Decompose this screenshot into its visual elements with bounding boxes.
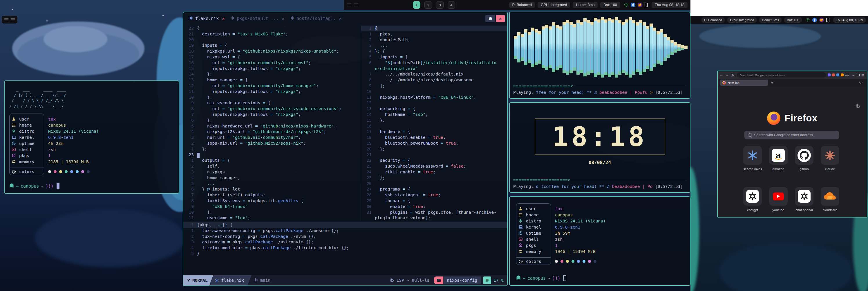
prompt-host: canopus xyxy=(21,183,39,189)
tab-close-icon[interactable]: × xyxy=(339,16,342,22)
extension-icons xyxy=(828,74,844,77)
code-line: 2 sops-nix.url = "github:Mic92/sops-nix"… xyxy=(183,141,361,146)
visualizer-bar xyxy=(611,20,615,75)
editor-tab-pkgs-default-[interactable]: pkgs/default ...× xyxy=(229,12,289,25)
tab-close-icon[interactable]: × xyxy=(282,16,285,22)
extension-icon[interactable] xyxy=(836,74,839,77)
buffer-close-button[interactable]: × xyxy=(496,15,505,22)
visualizer-bar xyxy=(604,20,608,75)
editor-tab-flake-nix[interactable]: flake.nix× xyxy=(187,12,229,25)
phone-icon[interactable] xyxy=(826,18,829,22)
fetch-row-distro: distroNixOS 24.11 (Vicuna) xyxy=(516,218,690,224)
tab-close-icon[interactable]: × xyxy=(222,16,225,22)
fetch-row-shell: shellzsh xyxy=(9,146,174,152)
code-line: 5 ... xyxy=(183,181,361,187)
visualizer-bar xyxy=(684,46,687,49)
menu-icon[interactable] xyxy=(845,74,849,76)
personalize-gear-icon[interactable] xyxy=(856,104,861,109)
code-line: 24 rtkit.enable = true; xyxy=(361,169,507,175)
code-line: 31 plugins = with pkgs.xfce; [thunar-arc… xyxy=(361,210,507,215)
nix-file-icon xyxy=(215,279,219,282)
media-icon[interactable] xyxy=(638,3,642,7)
code-line: plugin thunar-volman]; xyxy=(361,215,507,221)
code-line: 23 sudo.wheelNeedsPassword = false; xyxy=(361,164,507,169)
bluetooth-icon[interactable] xyxy=(812,18,817,22)
fetch-info: usertuxhnamecanopusdistroNixOS 24.11 (Vi… xyxy=(516,203,690,267)
extension-icon[interactable] xyxy=(828,74,831,77)
network-icon[interactable] xyxy=(624,3,628,7)
visualizer-bar xyxy=(618,20,621,75)
terminal-color-dots xyxy=(555,258,596,265)
system-tray xyxy=(624,3,648,7)
nixos-ascii-art: _ ___ ____ ____ / |/ (_)_ __/ __ \/ __/ … xyxy=(9,87,174,109)
code-line: 10 }; xyxy=(183,95,361,100)
neovim-window[interactable]: flake.nix×pkgs/default ...×hosts/isoImag… xyxy=(183,11,508,286)
code-line: 1 pkgs, xyxy=(361,31,507,37)
forward-button[interactable]: → xyxy=(725,73,729,77)
workspace-button-3[interactable]: 3 xyxy=(436,1,443,9)
visualizer-bar xyxy=(549,26,552,68)
shortcut-chatgpt[interactable]: chatgpt xyxy=(743,187,762,212)
minimize-button[interactable]: – xyxy=(852,73,854,77)
code-line: 22 security = { xyxy=(361,158,507,164)
search-input[interactable]: Search with Google or enter address xyxy=(744,131,839,139)
phone-icon[interactable] xyxy=(645,3,648,7)
bluetooth-icon[interactable] xyxy=(631,3,636,7)
shortcut-amazon[interactable]: aamazon xyxy=(769,146,788,171)
shortcut-github[interactable]: github xyxy=(795,146,813,171)
tab-list-chevron-icon[interactable] xyxy=(859,80,863,84)
shortcut-youtube[interactable]: youtube xyxy=(769,187,788,212)
back-button[interactable]: ← xyxy=(719,73,723,77)
shortcut-search.nixos[interactable]: search.nixos xyxy=(743,146,762,171)
code-line: 4 firefox-mod-blur = pkgs.callPackage ./… xyxy=(183,245,507,251)
visualizer-bar xyxy=(556,25,559,70)
laptop-icon xyxy=(12,135,17,139)
extension-icon[interactable] xyxy=(841,74,844,77)
person-icon xyxy=(12,117,17,121)
close-button[interactable]: × xyxy=(862,73,864,77)
visualizer-bar xyxy=(531,28,534,67)
firefox-window[interactable]: ← → ↻ Search with Google or enter addres… xyxy=(717,70,867,217)
teal-glow xyxy=(690,167,699,291)
brand-text: Firefox xyxy=(784,113,817,124)
extension-icon[interactable] xyxy=(832,74,835,77)
code-line: 23 xyxy=(183,152,361,158)
shortcut-claude[interactable]: claude xyxy=(821,146,839,171)
shortcut-label: amazon xyxy=(769,167,788,171)
memory-icon xyxy=(519,250,524,253)
editor-pane-iso[interactable]: 1{1 pkgs,2 modulesPath,3 ...4}: {5 impor… xyxy=(361,25,507,221)
code-line: 1 }; xyxy=(183,146,361,152)
visualizer-bar xyxy=(521,34,524,61)
menu-icon[interactable] xyxy=(347,3,351,6)
maximize-button[interactable] xyxy=(857,74,860,77)
visualizer-bar xyxy=(663,34,666,61)
tab-new-tab[interactable]: New Tab xyxy=(720,80,768,86)
code-line: n-cd-minimal.nix" xyxy=(361,66,507,72)
visualizer-bar xyxy=(639,20,642,75)
statusline-filename: flake.nix xyxy=(210,275,251,286)
fetch-row-uptime: uptime4h 23m xyxy=(9,140,174,146)
visualizer-bar xyxy=(622,22,625,73)
shortcut-cloudflare[interactable]: cloudflare xyxy=(821,187,839,212)
network-icon[interactable] xyxy=(806,18,810,22)
editor-pane-packages[interactable]: 1{pkgs, ...}: {1 tux-awesome-wm-config =… xyxy=(183,221,507,275)
workspace-button-2[interactable]: 2 xyxy=(425,1,432,9)
code-line: 7 inherit (self) outputs; xyxy=(183,192,361,198)
buffer-pick-button[interactable] xyxy=(485,15,495,22)
workspace-button-1[interactable]: 1 xyxy=(413,1,421,9)
media-icon[interactable] xyxy=(819,18,824,22)
menu-icon[interactable] xyxy=(4,18,8,21)
layout-icon[interactable] xyxy=(354,3,358,6)
visualizer-bar xyxy=(653,28,656,67)
terminal-window[interactable]: _ ___ ____ ____ / |/ (_)_ __/ __ \/ __/ … xyxy=(4,81,179,194)
editor-tab-hosts-isoImag-[interactable]: hosts/isoImag..× xyxy=(289,12,346,25)
workspace-button-4[interactable]: 4 xyxy=(447,1,455,9)
new-tab-button[interactable]: + xyxy=(771,81,773,85)
reload-button[interactable]: ↻ xyxy=(731,73,735,77)
editor-pane-flake[interactable]: 22{21 description = "tux's NixOS Flake";… xyxy=(183,25,361,221)
url-bar[interactable]: Search with Google or enter address xyxy=(737,72,826,78)
layout-icon[interactable] xyxy=(11,18,15,21)
code-line: 12 url = "github:nix-community/home-mana… xyxy=(183,83,361,89)
code-line: 13 home-manager = { xyxy=(183,77,361,83)
shortcut-chat.openai[interactable]: chat.openai xyxy=(795,187,813,212)
